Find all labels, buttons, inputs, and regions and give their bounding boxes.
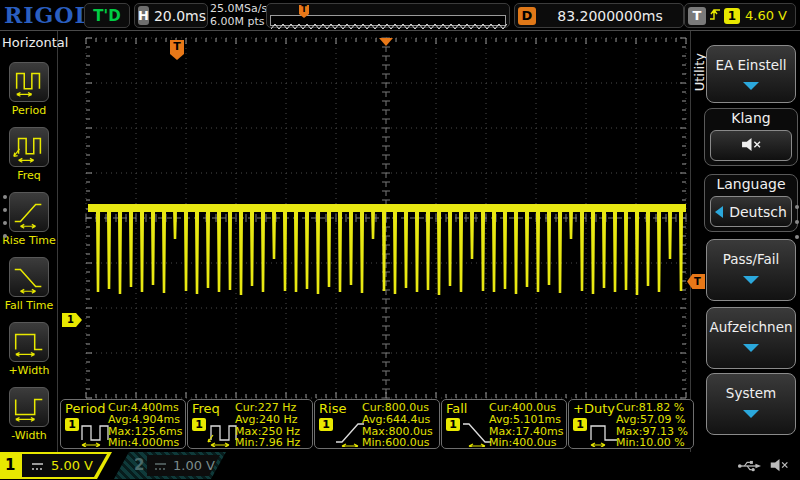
measure-item-freq[interactable] <box>9 127 49 167</box>
horizontal-label: H <box>138 6 149 25</box>
right-menu-title: Utility <box>692 53 707 91</box>
channel1-badge[interactable]: 1 5.00 V <box>0 452 112 479</box>
memory-depth: 6.00M pts <box>210 15 267 28</box>
measurement-fall[interactable]: Fall 1 Cur:400.0us Avg:5.101ms Max:17.40… <box>441 399 567 449</box>
page-dot <box>3 221 7 225</box>
page-dot <box>795 220 799 224</box>
channel1-level-marker[interactable]: 1 <box>62 313 82 327</box>
rigol-logo: RIGOL <box>4 2 91 28</box>
plus-width-icon <box>10 346 48 365</box>
stat-avg: Avg:57.09 % <box>616 414 691 426</box>
measure-item-freq-label: Freq <box>0 169 58 182</box>
timebase-display[interactable]: H 20.0ms <box>134 3 208 28</box>
menu-button-aufzeichnen[interactable]: Aufzeichnen <box>706 307 796 369</box>
chevron-down-icon <box>743 276 759 284</box>
horizontal-measure-menu: Horizontal Period Freq Rise Time Fall Ti… <box>0 31 58 480</box>
delay-display[interactable]: D 83.2000000ms <box>514 3 684 28</box>
measurement-freq[interactable]: Freq 1 Cur:227 Hz Avg:240 Hz Max:250 Hz … <box>187 399 313 449</box>
speaker-muted-icon <box>769 457 790 477</box>
delay-label: D <box>518 7 536 25</box>
page-dot <box>3 195 7 199</box>
menu-button-language[interactable]: Deutsch <box>710 196 792 227</box>
stat-min: Min:7.96 Hz <box>235 437 310 449</box>
delay-value: 83.2000000ms <box>540 8 680 24</box>
measure-item-rise-time-label: Rise Time <box>0 234 58 247</box>
stat-min: Min:4.000ms <box>108 437 183 449</box>
measurement-stats: Cur:4.400ms Avg:4.904ms Max:125.6ms Min:… <box>108 402 183 449</box>
menu-button-klang[interactable] <box>710 130 792 161</box>
measurement-stats: Cur:227 Hz Avg:240 Hz Max:250 Hz Min:7.9… <box>235 402 310 449</box>
trigger-level-value: 4.60 V <box>745 8 787 23</box>
measure-item-rise-time[interactable] <box>9 192 49 232</box>
timebase-value: 20.0ms <box>154 8 206 24</box>
menu-button-ea-einstell[interactable]: EA Einstell <box>706 45 796 103</box>
measurement-name: Period <box>65 401 106 416</box>
channel2-number: 2 <box>134 456 144 474</box>
measure-item-fall-time-label: Fall Time <box>0 299 58 312</box>
speaker-muted-icon <box>740 136 763 156</box>
trigger-status-badge: T'D <box>84 3 130 28</box>
trigger-source-badge: 1 <box>724 8 740 24</box>
channel1-scale: 5.00 V <box>51 458 93 473</box>
stat-avg: Avg:240 Hz <box>235 414 310 426</box>
channel2-badge[interactable]: 2 1.00 V <box>114 452 226 479</box>
sample-rate: 25.0MSa/s <box>210 2 267 15</box>
menu-button-system[interactable]: System <box>706 373 796 435</box>
memory-waveform-preview[interactable]: T <box>266 3 510 28</box>
measure-item-fall-time[interactable] <box>9 257 49 297</box>
menu-slot-klang: Klang <box>704 108 798 166</box>
trigger-time-marker[interactable]: T <box>170 40 184 54</box>
dc-coupling-icon <box>154 456 167 475</box>
chevron-down-icon <box>743 82 759 90</box>
page-dot <box>795 205 799 209</box>
trigger-status-text: T'D <box>93 7 120 25</box>
stat-min: Min:600.0us <box>362 437 437 449</box>
measurement-stats: Cur:81.82 % Avg:57.09 % Max:97.13 % Min:… <box>616 402 691 449</box>
trigger-settings-display[interactable]: T 1 4.60 V <box>684 3 796 28</box>
measure-item-plus-width-label: +Width <box>0 364 58 377</box>
measurement-period[interactable]: Period 1 Cur:4.400ms Avg:4.904ms Max:125… <box>60 399 186 449</box>
left-menu-title: Horizontal <box>0 31 57 50</box>
top-status-bar: RIGOL T'D H 20.0ms 25.0MSa/s 6.00M pts T… <box>0 0 800 31</box>
stat-min: Min:10.00 % <box>616 437 691 449</box>
trigger-position-marker[interactable] <box>379 38 393 46</box>
stat-avg: Avg:5.101ms <box>489 414 564 426</box>
flag-pointer <box>170 54 184 60</box>
measurement-name: +Duty <box>573 401 615 416</box>
chevron-left-icon <box>715 206 723 218</box>
measure-item-plus-width[interactable] <box>9 322 49 362</box>
preview-wave <box>271 22 507 31</box>
measurement-name: Freq <box>192 401 220 416</box>
channel1-info: 5.00 V <box>22 454 107 477</box>
usb-icon <box>737 458 761 477</box>
trigger-label: T <box>688 7 706 25</box>
language-value: Deutsch <box>729 204 787 220</box>
oscilloscope-screen: RIGOL T'D H 20.0ms 25.0MSa/s 6.00M pts T… <box>0 0 800 480</box>
channel2-info: 1.00 V <box>147 455 220 476</box>
dc-coupling-icon <box>31 456 44 475</box>
rising-edge-icon <box>709 4 721 28</box>
page-dot <box>3 208 7 212</box>
menu-button-pass-fail[interactable]: Pass/Fail <box>706 239 796 301</box>
measure-item-minus-width-label: -Width <box>0 429 58 442</box>
page-dot <box>3 234 7 238</box>
measurement-rise[interactable]: Rise 1 Cur:800.0us Avg:644.4us Max:800.0… <box>314 399 440 449</box>
measure-item-minus-width[interactable] <box>9 387 49 427</box>
measurement-stats: Cur:800.0us Avg:644.4us Max:800.0us Min:… <box>362 402 437 449</box>
channel1-number: 1 <box>5 456 15 474</box>
measure-item-period[interactable] <box>9 62 49 102</box>
measurement-plus-duty[interactable]: +Duty 1 Cur:81.82 % Avg:57.09 % Max:97.1… <box>568 399 694 449</box>
measurement-name: Rise <box>319 401 346 416</box>
stat-min: Min:400.0us <box>489 437 564 449</box>
measurement-stats: Cur:400.0us Avg:5.101ms Max:17.40ms Min:… <box>489 402 564 449</box>
rise-time-icon <box>10 216 48 235</box>
chevron-down-icon <box>743 410 759 418</box>
acquisition-info: 25.0MSa/s 6.00M pts <box>210 2 267 28</box>
channel-status-bar: 1 5.00 V 2 1.00 V <box>0 452 800 480</box>
chevron-down-icon <box>743 344 759 352</box>
freq-icon <box>10 151 48 170</box>
utility-menu: Utility EA Einstell Klang Language Deuts… <box>690 31 800 480</box>
measurement-name: Fall <box>446 401 467 416</box>
channel2-scale: 1.00 V <box>173 458 215 473</box>
measure-item-period-label: Period <box>0 104 58 117</box>
